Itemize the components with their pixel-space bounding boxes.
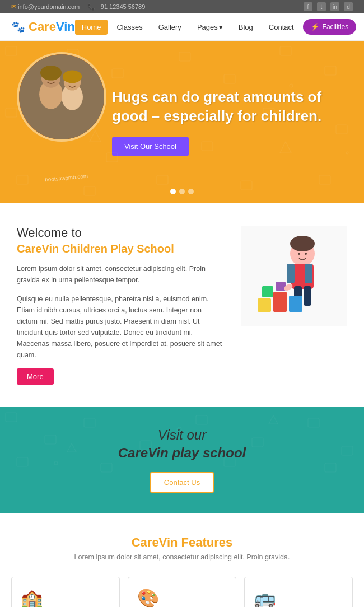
logo[interactable]: 🐾 CareVin (11, 20, 75, 34)
nav-pages[interactable]: Pages ▾ (190, 20, 230, 35)
linkedin-icon[interactable]: in (330, 2, 339, 11)
welcome-section: Welcome to CareVin Children Play School … (0, 203, 364, 407)
svg-rect-0 (6, 46, 17, 55)
nav-blog[interactable]: Blog (232, 20, 260, 35)
svg-point-40 (290, 236, 315, 251)
svg-rect-43 (258, 298, 271, 312)
cta-band: Visit our CareVin play school Contact Us (0, 407, 364, 513)
visit-school-button[interactable]: Visit Our School (112, 137, 189, 156)
nav-links: Home Classes Gallery Pages ▾ Blog Contac… (75, 19, 357, 35)
email-info: ✉ info@yourdomain.com (11, 3, 80, 11)
features-grid: 🏫 Fully Equiped With supporting text bel… (11, 577, 353, 607)
svg-point-42 (305, 253, 307, 255)
welcome-image-placeholder (241, 226, 347, 326)
svg-rect-17 (241, 181, 252, 190)
hero-title: Hugs can do great amounts of good – espe… (112, 88, 342, 126)
feature-icon-0: 🏫 (21, 587, 110, 607)
svg-point-41 (298, 253, 300, 255)
svg-marker-23 (90, 130, 101, 142)
svg-rect-46 (262, 286, 273, 297)
svg-rect-53 (196, 415, 207, 424)
welcome-para1: Lorem ipsum dolor sit amet, consectetur … (17, 263, 224, 286)
features-subtitle: Lorem ipsum dolor sit amet, consectetur … (11, 553, 353, 561)
svg-rect-15 (84, 186, 95, 195)
feature-card-2: 🚌 Transport Services With supporting tex… (244, 577, 353, 607)
hero-section: Hugs can do great amounts of good – espe… (0, 41, 364, 203)
feature-icon-1: 🎨 (137, 587, 227, 607)
social-links: f t in d (304, 2, 353, 11)
plug-icon: ⚡ (311, 23, 319, 31)
nav-contact[interactable]: Contact (262, 20, 301, 35)
svg-rect-39 (304, 286, 311, 306)
features-title: CareVin Features (11, 535, 353, 550)
svg-rect-45 (289, 296, 302, 312)
feature-icon-2: 🚌 (254, 587, 343, 607)
svg-point-22 (346, 152, 348, 154)
feature-card-0: 🏫 Fully Equiped With supporting text bel… (11, 577, 120, 607)
watermark: bootstrapmb.com (45, 173, 88, 183)
cta-line2: CareVin play school (11, 445, 353, 461)
feature-card-1: 🎨 Creative Ideas With supporting text be… (128, 577, 236, 607)
svg-rect-7 (325, 66, 336, 75)
hero-dots (170, 189, 194, 194)
svg-rect-55 (308, 418, 319, 427)
hero-dot-2[interactable] (179, 189, 185, 194)
svg-rect-44 (273, 292, 287, 312)
svg-rect-37 (305, 264, 312, 283)
top-bar: ✉ info@yourdomain.com 📞 +91 12345 56789 … (0, 0, 364, 13)
svg-rect-18 (319, 175, 330, 184)
hero-image (17, 52, 106, 142)
svg-rect-47 (276, 282, 286, 291)
svg-rect-14 (17, 175, 28, 184)
chevron-down-icon: ▾ (219, 23, 223, 31)
svg-point-31 (40, 66, 62, 81)
svg-rect-60 (325, 463, 336, 472)
hero-dot-3[interactable] (188, 189, 194, 194)
hero-content: Hugs can do great amounts of good – espe… (112, 88, 342, 157)
svg-point-64 (54, 461, 58, 465)
phone-info: 📞 +91 12345 56789 (87, 3, 145, 11)
navbar: 🐾 CareVin Home Classes Gallery Pages ▾ B… (0, 13, 364, 41)
logo-icon: 🐾 (11, 20, 25, 34)
svg-rect-4 (179, 52, 190, 61)
svg-marker-62 (269, 415, 278, 424)
svg-point-21 (290, 84, 293, 87)
cta-bg-pattern (0, 407, 364, 480)
contact-button[interactable]: Contact Us (150, 472, 214, 493)
svg-rect-49 (6, 413, 17, 422)
nav-classes[interactable]: Classes (110, 20, 149, 35)
welcome-subheading: CareVin Children Play School (17, 242, 224, 255)
hero-dot-1[interactable] (170, 189, 176, 194)
svg-point-32 (63, 71, 82, 83)
svg-rect-6 (280, 46, 291, 55)
svg-rect-5 (224, 74, 235, 83)
welcome-heading: Welcome to (17, 226, 224, 240)
top-bar-left: ✉ info@yourdomain.com 📞 +91 12345 56789 (11, 3, 145, 11)
svg-rect-36 (287, 264, 295, 283)
hero-image-placeholder (19, 54, 104, 139)
svg-rect-51 (84, 418, 95, 427)
welcome-para2: Quisque eu nulla pellentesque, pharetra … (17, 293, 224, 361)
welcome-text: Welcome to CareVin Children Play School … (17, 226, 224, 385)
welcome-image (241, 226, 347, 326)
svg-rect-8 (6, 108, 17, 117)
svg-rect-16 (157, 175, 168, 184)
logo-text: CareVin (29, 20, 75, 34)
facilities-button[interactable]: ⚡ Facilities (303, 19, 357, 35)
svg-rect-3 (112, 69, 123, 78)
nav-gallery[interactable]: Gallery (152, 20, 188, 35)
cta-line1: Visit our (11, 427, 353, 443)
twitter-icon[interactable]: t (317, 2, 326, 11)
svg-rect-58 (101, 463, 112, 472)
features-section: CareVin Features Lorem ipsum dolor sit a… (0, 513, 364, 607)
facebook-icon[interactable]: f (304, 2, 312, 11)
dribbble-icon[interactable]: d (344, 2, 353, 11)
more-button[interactable]: More (17, 368, 54, 385)
nav-home[interactable]: Home (75, 20, 108, 35)
